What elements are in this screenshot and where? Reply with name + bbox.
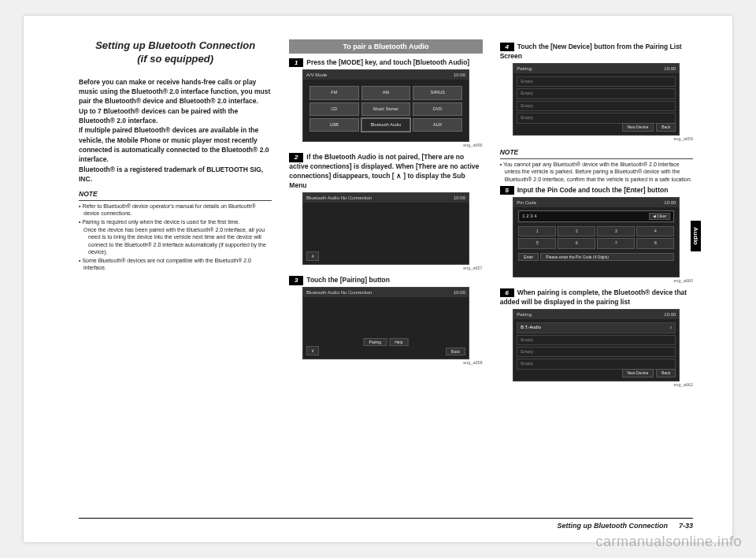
step-text: Input the Pin Code and touch the [Enter]…	[517, 186, 669, 194]
caption: eng_a656	[289, 143, 482, 148]
list-item-active[interactable]: B.T.-Audio♪	[517, 322, 676, 333]
note-item: You cannot pair any Bluetooth® device wi…	[505, 161, 693, 183]
section-title: Setting up Bluetooth Connection (if so e…	[79, 39, 272, 66]
step-number-icon: 6	[500, 288, 514, 297]
list-item[interactable]: Empty	[517, 347, 676, 357]
note-item: Some Bluetooth® devices are not compatib…	[83, 257, 272, 272]
mode-btn-bluetooth[interactable]: Bluetooth Audio	[361, 118, 411, 132]
note-item: Refer to Bluetooth® device operator's ma…	[83, 203, 272, 218]
caption: eng_a658	[289, 360, 482, 366]
step-number-icon: 5	[500, 186, 514, 195]
intro-text: Before you can make or receive hands-fre…	[79, 77, 272, 184]
step-5: 5Input the Pin Code and touch the [Enter…	[500, 186, 693, 195]
chevron-up-icon[interactable]: ∧	[306, 251, 319, 261]
clear-button[interactable]: ◀ Clear	[649, 213, 670, 220]
step-number-icon: 1	[289, 58, 303, 67]
screenshot-no-connection: Bluetooth Audio No Connection 10:00 ∧	[302, 192, 469, 265]
caption: eng_a659	[500, 136, 693, 142]
pin-key[interactable]: 5	[518, 238, 556, 248]
enter-button[interactable]: Enter	[518, 253, 539, 262]
caption: eng_a660	[500, 278, 693, 284]
step-6: 6When pairing is complete, the Bluetooth…	[500, 288, 693, 307]
shot-time: 10:00	[454, 289, 465, 296]
shot-title: Pin Code	[517, 199, 536, 206]
shot-title: A/V Mode	[306, 72, 327, 78]
list-item[interactable]: Empty	[517, 76, 676, 87]
note-item-cont: Once the device has been paired with the…	[83, 226, 272, 256]
shot-title: Pairing	[517, 65, 532, 72]
column-2: To pair a Bluetooth Audio 1Press the [MO…	[289, 39, 482, 393]
shot-time: 10:00	[664, 199, 676, 206]
step-number-icon: 2	[289, 153, 303, 162]
pin-key[interactable]: 4	[636, 226, 674, 236]
column-3: 4Touch the [New Device] button from the …	[500, 39, 693, 393]
shot-time: 10:00	[664, 311, 676, 318]
step-text: Touch the [Pairing] button	[306, 276, 390, 284]
screenshot-av-mode: A/V Mode 10:00 FM AM SIRIUS CD Music Ser…	[302, 69, 469, 142]
screenshot-pin-code: Pin Code 10:00 1 2 3 4 ◀ Clear 1 2 3 4 5…	[513, 197, 680, 277]
watermark: carmanualsonline.info	[595, 534, 742, 550]
music-icon: ♪	[670, 325, 673, 330]
list-item[interactable]: Empty	[517, 335, 676, 345]
list-item[interactable]: Empty	[517, 359, 676, 369]
screenshot-pairing-button: Bluetooth Audio No Connection 10:00 Pair…	[302, 287, 469, 359]
help-button[interactable]: Help	[389, 338, 408, 347]
step-1: 1Press the [MODE] key, and touch [Blueto…	[289, 58, 482, 68]
step-4: 4Touch the [New Device] button from the …	[500, 43, 693, 61]
footer-page: 7-33	[679, 522, 693, 530]
pin-key[interactable]: 6	[558, 238, 595, 248]
mode-btn[interactable]: AUX	[413, 118, 462, 132]
step-text: If the Bluetooth Audio is not paired, [T…	[289, 153, 479, 189]
shot-title: Pairing	[517, 311, 532, 318]
pin-message: Please enter the Pin Code (4 Digits)	[540, 253, 674, 262]
note-list: You cannot pair any Bluetooth® device wi…	[500, 161, 693, 183]
shot-time: 10:00	[454, 72, 465, 78]
mode-btn[interactable]: USB	[309, 118, 359, 132]
mode-btn[interactable]: AM	[361, 86, 411, 99]
shot-title: Bluetooth Audio No Connection	[306, 289, 372, 296]
list-item[interactable]: Empty	[517, 101, 676, 111]
column-1: Setting up Bluetooth Connection (if so e…	[79, 39, 272, 393]
note-list: Refer to Bluetooth® device operator's ma…	[79, 203, 272, 272]
manual-page: Audio Setting up Bluetooth Connection (i…	[24, 16, 732, 542]
back-button[interactable]: Back	[446, 348, 465, 356]
pin-key[interactable]: 2	[558, 226, 595, 236]
shot-time: 10:00	[664, 65, 676, 72]
shot-title: Bluetooth Audio No Connection	[306, 195, 372, 201]
new-device-button[interactable]: New Device	[622, 123, 654, 132]
section-bar: To pair a Bluetooth Audio	[289, 39, 482, 54]
step-text: Press the [MODE] key, and touch [Bluetoo…	[306, 58, 469, 66]
screenshot-pairing-list: Pairing 10:00 Empty Empty Empty Empty Ne…	[513, 63, 680, 136]
note-item: Pairing is required only when the device…	[83, 218, 272, 225]
back-button[interactable]: Back	[656, 123, 676, 132]
footer-title: Setting up Bluetooth Connection	[558, 522, 668, 530]
pin-key[interactable]: 8	[636, 238, 674, 248]
note-header: NOTE	[79, 190, 272, 200]
step-number-icon: 3	[289, 276, 303, 285]
pin-key[interactable]: 1	[518, 226, 556, 236]
list-item[interactable]: Empty	[517, 88, 676, 99]
shot-time: 10:00	[454, 195, 465, 201]
pin-key[interactable]: 3	[597, 226, 635, 236]
mode-btn[interactable]: DVD	[413, 102, 462, 116]
step-number-icon: 4	[500, 43, 514, 51]
mode-btn[interactable]: Music Server	[361, 102, 411, 116]
mode-btn[interactable]: FM	[309, 86, 359, 99]
mode-btn[interactable]: SIRIUS	[413, 86, 462, 99]
caption: eng_a657	[289, 266, 482, 271]
step-3: 3Touch the [Pairing] button	[289, 276, 482, 285]
new-device-button[interactable]: New Device	[622, 369, 654, 378]
title-line-2: (if so equipped)	[137, 53, 213, 65]
pairing-button[interactable]: Pairing	[364, 338, 387, 347]
note-header: NOTE	[500, 148, 693, 158]
screenshot-pairing-complete: Pairing 10:00 B.T.-Audio♪ Empty Empty Em…	[513, 309, 680, 381]
title-line-1: Setting up Bluetooth Connection	[95, 39, 255, 51]
chevron-down-icon[interactable]: ∨	[306, 346, 319, 355]
step-2: 2If the Bluetooth Audio is not paired, […	[289, 153, 482, 191]
mode-btn[interactable]: CD	[309, 102, 359, 116]
page-footer: Setting up Bluetooth Connection 7-33	[79, 518, 693, 530]
back-button[interactable]: Back	[656, 369, 676, 378]
caption: eng_a662	[500, 382, 693, 388]
list-item[interactable]: Empty	[517, 113, 676, 123]
pin-key[interactable]: 7	[597, 238, 635, 248]
